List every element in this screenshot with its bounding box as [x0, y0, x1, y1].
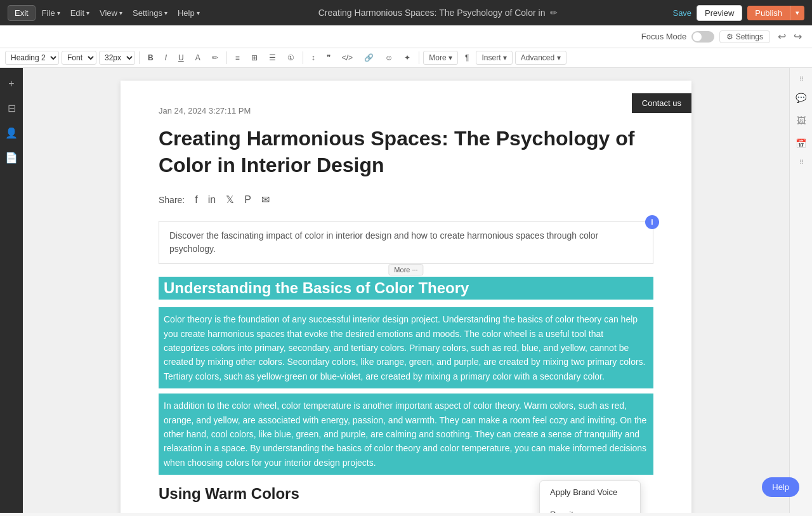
redo-button[interactable]: ↪	[791, 29, 804, 44]
top-bar-left: Exit File ▾ Edit ▾ View ▾ Settings ▾ Hel…	[8, 5, 204, 21]
apply-brand-voice-item[interactable]: Apply Brand Voice	[540, 481, 640, 503]
linkedin-icon[interactable]: in	[208, 194, 216, 206]
top-bar: Exit File ▾ Edit ▾ View ▾ Settings ▾ Hel…	[0, 0, 812, 25]
view-menu[interactable]: View ▾	[96, 6, 126, 20]
block-quote-button[interactable]: ❞	[322, 51, 335, 65]
right-sidebar-dots-top: ⠿	[799, 76, 803, 83]
left-sidebar: + ⊟ 👤 📄	[0, 68, 23, 513]
person-icon[interactable]: 👤	[3, 124, 20, 142]
highlight-button[interactable]: ✏	[207, 51, 223, 65]
post-date: Jan 24, 2024 3:27:11 PM	[159, 106, 653, 116]
preview-button[interactable]: Preview	[697, 5, 742, 21]
pinterest-icon[interactable]: P	[244, 194, 251, 206]
code-button[interactable]: </>	[337, 51, 357, 65]
post-title[interactable]: Creating Harmonious Spaces: The Psycholo…	[159, 126, 653, 178]
more-toolbar[interactable]: More ···	[388, 264, 423, 275]
publish-dropdown-button[interactable]: ▾	[790, 6, 804, 20]
save-button[interactable]: Save	[672, 8, 691, 18]
settings-chevron: ▾	[164, 10, 167, 17]
toolbar-separator-4	[419, 51, 419, 64]
image-icon[interactable]: 🖼	[794, 113, 808, 128]
focus-mode-toggle[interactable]	[691, 31, 714, 43]
share-row: Share: f in 𝕏 P ✉	[159, 194, 653, 206]
help-button[interactable]: Help	[762, 477, 799, 497]
editor-page: Contact us Jan 24, 2024 3:27:11 PM Creat…	[121, 81, 691, 513]
help-menu[interactable]: Help ▾	[174, 6, 204, 20]
more-button[interactable]: More ▾	[423, 51, 458, 65]
toolbar-separator-1	[139, 51, 140, 64]
exit-button[interactable]: Exit	[8, 5, 36, 21]
twitter-icon[interactable]: 𝕏	[226, 194, 234, 206]
rewrite-item[interactable]: Rewrite	[540, 503, 640, 513]
section-1-heading[interactable]: Understanding the Basics of Color Theory	[159, 277, 653, 300]
advanced-button[interactable]: Advanced ▾	[515, 51, 566, 65]
main-layout: + ⊟ 👤 📄 Contact us Jan 24, 2024 3:27:11 …	[0, 68, 812, 513]
info-badge: i	[645, 215, 659, 229]
editor-toolbar: Heading 2 Heading 1 Heading 3 Normal Fon…	[0, 48, 812, 68]
focus-bar: Focus Mode ⚙ Settings ↩ ↪	[0, 25, 812, 48]
bold-button[interactable]: B	[143, 51, 158, 65]
font-size-select[interactable]: 32px 16px 24px	[99, 51, 135, 65]
align-button[interactable]: ≡	[231, 51, 244, 65]
pages-icon[interactable]: 📄	[3, 149, 20, 166]
add-icon[interactable]: +	[6, 76, 16, 92]
settings-menu[interactable]: Settings ▾	[129, 6, 171, 20]
section-1-para-2[interactable]: In addition to the color wheel, color te…	[159, 394, 653, 475]
title-text: Creating Harmonious Spaces: The Psycholo…	[318, 8, 546, 18]
view-chevron: ▾	[119, 10, 122, 17]
file-chevron: ▾	[57, 10, 60, 17]
section-1-para-1[interactable]: Color theory is the foundation of any su…	[159, 307, 653, 388]
chat-icon[interactable]: 💬	[793, 90, 809, 105]
contact-us-button[interactable]: Contact us	[632, 93, 691, 113]
edit-title-icon[interactable]: ✏	[550, 8, 558, 18]
top-bar-right: Save Preview Publish ▾	[672, 5, 804, 21]
italic-button[interactable]: I	[160, 51, 171, 65]
publish-group: Publish ▾	[747, 6, 804, 20]
insert-button[interactable]: Insert ▾	[476, 51, 512, 65]
focus-mode-label: Focus Mode	[641, 32, 687, 41]
heading-select[interactable]: Heading 2 Heading 1 Heading 3 Normal	[5, 51, 59, 65]
toolbar-separator-3	[303, 51, 303, 64]
file-menu[interactable]: File ▾	[38, 6, 64, 20]
toolbar-separator-2	[226, 51, 227, 64]
content-area: Contact us Jan 24, 2024 3:27:11 PM Creat…	[23, 68, 789, 513]
numbered-list-button[interactable]: ①	[283, 51, 299, 65]
text-color-button[interactable]: A	[191, 51, 205, 65]
emoji-button[interactable]: ☺	[381, 51, 397, 65]
underline-button[interactable]: U	[174, 51, 188, 65]
publish-button[interactable]: Publish	[747, 6, 790, 20]
share-label: Share:	[159, 195, 185, 205]
document-title: Creating Harmonious Spaces: The Psycholo…	[204, 8, 673, 18]
layers-icon[interactable]: ⊟	[5, 100, 18, 117]
edit-menu[interactable]: Edit ▾	[67, 6, 93, 20]
font-select[interactable]: Font	[62, 51, 96, 65]
link-button[interactable]: 🔗	[360, 51, 378, 65]
facebook-icon[interactable]: f	[195, 194, 197, 206]
undo-redo-group: ↩ ↪	[775, 29, 804, 44]
right-sidebar: ⠿ 💬 🖼 📅 ⠿	[789, 68, 812, 513]
context-menu: Apply Brand Voice Rewrite Expand Shorten…	[539, 480, 641, 513]
email-icon[interactable]: ✉	[261, 194, 270, 206]
help-chevron: ▾	[197, 10, 200, 17]
line-height-button[interactable]: ↕	[307, 51, 320, 65]
calendar-icon[interactable]: 📅	[793, 136, 809, 151]
excerpt-box[interactable]: Discover the fascinating impact of color…	[159, 221, 653, 264]
settings-button[interactable]: ⚙ Settings	[719, 30, 770, 43]
paragraph-button[interactable]: ¶	[461, 51, 473, 65]
focus-toggle-knob	[693, 32, 702, 41]
edit-chevron: ▾	[86, 10, 89, 17]
table-button[interactable]: ⊞	[247, 51, 262, 65]
special-char-button[interactable]: ✦	[400, 51, 415, 65]
right-sidebar-dots-bottom: ⠿	[799, 159, 803, 166]
excerpt-text: Discover the fascinating impact of color…	[169, 230, 598, 254]
undo-button[interactable]: ↩	[775, 29, 789, 44]
list-button[interactable]: ☰	[265, 51, 280, 65]
section-1-container: More ··· Understanding the Basics of Col…	[159, 277, 653, 475]
